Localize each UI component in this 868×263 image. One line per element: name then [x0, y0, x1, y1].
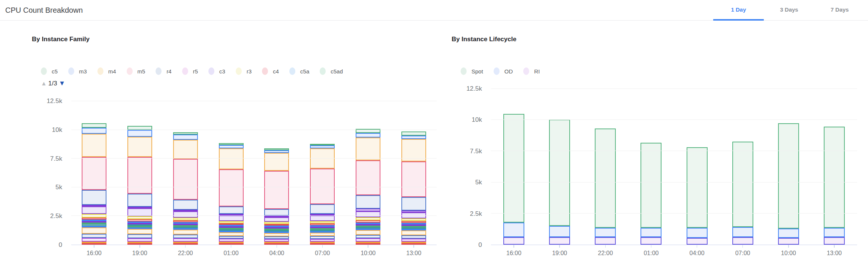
segment-cream[interactable] — [127, 229, 152, 234]
segment-rose[interactable] — [127, 157, 152, 194]
segment-steelblue[interactable] — [173, 200, 198, 210]
legend-item-spot[interactable]: Spot — [461, 67, 483, 75]
legend-item-c5a[interactable]: c5a — [289, 67, 309, 75]
segment-violet[interactable] — [401, 239, 426, 242]
legend-item-od[interactable]: OD — [494, 67, 513, 75]
legend-item-r5[interactable]: r5 — [182, 67, 198, 75]
segment-cream[interactable] — [356, 230, 380, 235]
segment-steelblue[interactable] — [82, 190, 106, 205]
segment-lavender[interactable] — [82, 206, 106, 214]
segment-blue[interactable] — [127, 130, 152, 136]
segment-cream[interactable] — [356, 137, 380, 160]
segment-violet[interactable] — [173, 238, 198, 242]
bar-13:00[interactable] — [824, 127, 845, 245]
segment-green[interactable] — [82, 123, 106, 128]
segment-steelblue[interactable] — [401, 235, 426, 239]
segment-cream[interactable] — [401, 230, 426, 235]
segment-red[interactable] — [82, 243, 106, 245]
bar-16:00[interactable] — [82, 123, 106, 245]
bar-10:00[interactable] — [778, 123, 799, 245]
segment-cream[interactable] — [82, 134, 106, 157]
segment-violet[interactable] — [219, 239, 244, 242]
segment-ri[interactable] — [732, 237, 753, 245]
segment-rose[interactable] — [310, 169, 335, 204]
segment-cream[interactable] — [127, 137, 152, 157]
segment-cream[interactable] — [264, 153, 289, 171]
segment-od[interactable] — [549, 226, 570, 237]
segment-lavender[interactable] — [264, 217, 289, 222]
segment-red[interactable] — [127, 243, 152, 245]
tab-1-day[interactable]: 1 Day — [713, 0, 764, 21]
segment-spot[interactable] — [503, 114, 524, 223]
legend-item-c5[interactable]: c5 — [41, 67, 58, 75]
segment-violet[interactable] — [82, 238, 106, 242]
segment-cream[interactable] — [264, 233, 289, 236]
legend-item-r4[interactable]: r4 — [156, 67, 171, 75]
segment-od[interactable] — [732, 227, 753, 237]
segment-rose[interactable] — [356, 160, 380, 195]
segment-yellow[interactable] — [173, 218, 198, 220]
legend-item-r3[interactable]: r3 — [236, 67, 251, 75]
segment-yellow[interactable] — [401, 218, 426, 221]
segment-violet[interactable] — [264, 239, 289, 242]
segment-blue[interactable] — [356, 133, 380, 137]
segment-violet[interactable] — [127, 238, 152, 242]
segment-spot[interactable] — [641, 143, 661, 228]
segment-ri[interactable] — [595, 237, 616, 245]
segment-od[interactable] — [641, 228, 661, 237]
segment-blue[interactable] — [219, 145, 244, 148]
segment-ri[interactable] — [778, 238, 799, 245]
segment-ri[interactable] — [687, 238, 708, 245]
segment-steelblue[interactable] — [127, 194, 152, 206]
segment-ri[interactable] — [641, 237, 661, 245]
legend-item-m5[interactable]: m5 — [127, 67, 145, 75]
bar-19:00[interactable] — [127, 126, 152, 245]
legend-item-m3[interactable]: m3 — [68, 67, 87, 75]
legend-page-down-icon[interactable]: ▼ — [58, 79, 65, 87]
legend-item-c4[interactable]: c4 — [262, 67, 279, 75]
segment-blue[interactable] — [82, 128, 106, 134]
segment-steelblue[interactable] — [264, 209, 289, 216]
bar-13:00[interactable] — [401, 132, 426, 245]
segment-red[interactable] — [264, 243, 289, 245]
segment-cream[interactable] — [310, 233, 335, 236]
segment-cream[interactable] — [219, 148, 244, 169]
segment-od[interactable] — [503, 223, 524, 237]
bar-07:00[interactable] — [732, 142, 753, 245]
legend-item-c3[interactable]: c3 — [208, 67, 225, 75]
segment-cream[interactable] — [173, 230, 198, 235]
bar-04:00[interactable] — [687, 147, 708, 245]
segment-ri[interactable] — [503, 237, 524, 245]
segment-steelblue[interactable] — [173, 235, 198, 238]
segment-lavender[interactable] — [127, 208, 152, 217]
segment-rose[interactable] — [173, 159, 198, 200]
legend-page-up-icon[interactable]: ▲ — [41, 80, 47, 87]
segment-rose[interactable] — [264, 171, 289, 209]
segment-spot[interactable] — [778, 123, 799, 228]
segment-red[interactable] — [401, 243, 426, 245]
segment-spot[interactable] — [732, 142, 753, 227]
segment-steelblue[interactable] — [310, 204, 335, 214]
segment-steelblue[interactable] — [401, 197, 426, 210]
segment-cream[interactable] — [173, 140, 198, 159]
segment-steelblue[interactable] — [219, 236, 244, 239]
segment-cream[interactable] — [219, 232, 244, 236]
segment-od[interactable] — [595, 228, 616, 237]
segment-cream[interactable] — [82, 227, 106, 234]
segment-ri[interactable] — [549, 237, 570, 245]
segment-violet[interactable] — [310, 239, 335, 242]
segment-rose[interactable] — [401, 161, 426, 197]
segment-od[interactable] — [824, 228, 845, 237]
segment-steelblue[interactable] — [219, 206, 244, 214]
segment-steelblue[interactable] — [82, 234, 106, 238]
segment-yellow[interactable] — [127, 216, 152, 219]
segment-blue[interactable] — [310, 145, 335, 148]
segment-od[interactable] — [687, 228, 708, 238]
segment-spot[interactable] — [824, 127, 845, 228]
segment-spot[interactable] — [549, 120, 570, 226]
segment-blue[interactable] — [264, 150, 289, 153]
segment-lavender[interactable] — [310, 215, 335, 221]
segment-red[interactable] — [356, 243, 380, 245]
segment-red[interactable] — [310, 243, 335, 245]
segment-blue[interactable] — [173, 134, 198, 140]
